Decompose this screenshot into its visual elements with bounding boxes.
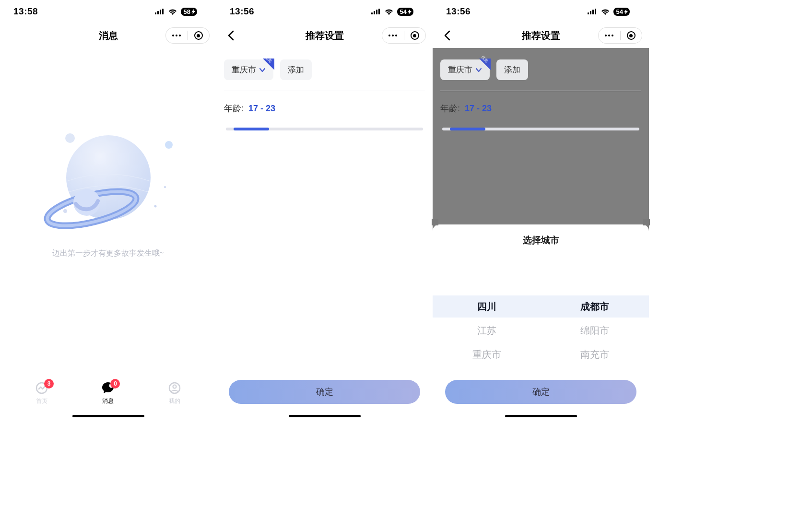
svg-rect-24 — [595, 9, 596, 14]
add-city-chip[interactable]: 添加 — [280, 59, 312, 80]
status-indicators: 54 — [588, 8, 630, 16]
slider-fill — [450, 128, 485, 130]
tab-mine-label: 我的 — [169, 397, 180, 405]
city-chip[interactable]: 重庆市 优先 — [224, 59, 273, 80]
picker-highlight — [433, 295, 649, 318]
picker-item[interactable]: 江苏 — [477, 323, 496, 338]
svg-rect-17 — [371, 12, 373, 14]
confirm-button-label: 确定 — [316, 386, 333, 398]
tab-mine[interactable]: 我的 — [167, 381, 182, 405]
age-range-slider — [442, 128, 639, 130]
svg-rect-22 — [590, 11, 591, 14]
empty-state-text: 迈出第一步才有更多故事发生哦~ — [52, 248, 164, 259]
capsule-menu-button[interactable] — [382, 28, 404, 43]
nav-bar: 推荐设置 — [216, 23, 433, 48]
tab-messages-label: 消息 — [102, 397, 114, 405]
settings-body-dimmed: 重庆市 优先 添加 年龄: 17 - 23 — [433, 48, 649, 130]
age-value: 17 - 23 — [248, 104, 275, 114]
city-picker-sheet: 选择城市 四川 江苏 重庆市 成都市 绵阳市 南充市 确定 — [433, 224, 649, 420]
settings-body: 重庆市 优先 添加 年龄: 17 - 23 — [216, 48, 433, 130]
svg-rect-20 — [378, 9, 380, 14]
home-indicator[interactable] — [72, 415, 144, 417]
svg-rect-21 — [588, 12, 589, 14]
picker-item[interactable]: 重庆市 — [472, 347, 501, 362]
svg-rect-3 — [162, 9, 164, 14]
target-icon — [627, 31, 635, 40]
capsule-menu-button[interactable] — [166, 28, 188, 43]
city-chip-label: 重庆市 — [232, 64, 256, 75]
miniprogram-capsule[interactable] — [382, 27, 426, 44]
ellipsis-icon — [172, 35, 181, 36]
confirm-button[interactable]: 确定 — [445, 380, 636, 404]
age-value: 17 - 23 — [465, 104, 492, 114]
add-city-label: 添加 — [504, 64, 520, 75]
picker-item[interactable]: 成都市 — [580, 299, 609, 314]
badge-messages: 0 — [110, 379, 120, 388]
wifi-icon — [601, 9, 610, 15]
cellular-icon — [588, 9, 597, 14]
age-label: 年龄: — [224, 103, 244, 114]
svg-rect-2 — [160, 10, 161, 14]
tab-home[interactable]: 3 首页 — [35, 381, 49, 405]
svg-rect-23 — [592, 10, 594, 14]
chevron-left-icon — [444, 30, 450, 41]
cellular-icon — [155, 9, 165, 14]
badge-home: 3 — [44, 379, 54, 388]
city-chip: 重庆市 优先 — [440, 59, 490, 80]
battery-indicator: 58 — [181, 8, 197, 16]
svg-rect-1 — [157, 11, 159, 14]
status-time: 13:56 — [446, 6, 471, 17]
picker-item[interactable]: 南充市 — [580, 347, 609, 362]
age-row: 年龄: 17 - 23 — [440, 103, 641, 114]
age-range-slider[interactable] — [226, 128, 423, 130]
capsule-menu-button[interactable] — [599, 28, 620, 43]
status-indicators: 58 — [155, 8, 197, 16]
age-row: 年龄: 17 - 23 — [224, 103, 425, 114]
nav-bar: 推荐设置 — [433, 23, 649, 48]
svg-point-7 — [154, 205, 156, 208]
city-chip-label: 重庆市 — [448, 64, 472, 75]
status-bar: 13:58 58 — [0, 0, 216, 23]
city-pill-row: 重庆市 优先 添加 — [224, 59, 425, 80]
chevron-left-icon — [227, 30, 234, 41]
slider-fill — [234, 128, 269, 130]
tab-home-label: 首页 — [36, 397, 47, 405]
ellipsis-icon — [388, 35, 397, 36]
confirm-button[interactable]: 确定 — [229, 380, 420, 404]
back-button[interactable] — [225, 30, 236, 41]
empty-state: 迈出第一步才有更多故事发生哦~ — [0, 48, 216, 259]
svg-point-5 — [165, 141, 173, 149]
miniprogram-capsule[interactable] — [165, 27, 210, 44]
svg-rect-19 — [376, 10, 377, 14]
battery-pct: 54 — [400, 8, 407, 15]
svg-point-16 — [173, 385, 176, 388]
capsule-close-button[interactable] — [188, 28, 210, 43]
sheet-title: 选择城市 — [433, 224, 649, 251]
battery-indicator: 54 — [397, 8, 413, 16]
page-title: 推荐设置 — [522, 29, 560, 42]
home-indicator[interactable] — [505, 415, 577, 417]
capsule-close-button[interactable] — [621, 28, 642, 43]
tab-bar: 3 首页 0 消息 我的 — [0, 376, 216, 410]
svg-rect-0 — [155, 12, 156, 14]
empty-illustration — [36, 130, 180, 240]
svg-rect-18 — [374, 11, 375, 14]
home-indicator[interactable] — [289, 415, 361, 417]
cellular-icon — [371, 9, 381, 14]
status-bar: 13:56 54 — [433, 0, 649, 23]
status-time: 13:56 — [230, 6, 254, 17]
page-title: 消息 — [99, 29, 118, 42]
page-title: 推荐设置 — [306, 29, 344, 42]
tab-messages[interactable]: 0 消息 — [101, 381, 115, 405]
back-button[interactable] — [441, 30, 453, 41]
battery-indicator: 54 — [613, 8, 630, 16]
divider — [440, 91, 641, 91]
target-icon — [411, 31, 419, 40]
picker-item[interactable]: 四川 — [477, 299, 496, 314]
status-time: 13:58 — [13, 6, 38, 17]
target-icon — [194, 31, 203, 40]
picker-item[interactable]: 绵阳市 — [580, 323, 609, 338]
miniprogram-capsule[interactable] — [598, 27, 642, 44]
status-indicators: 54 — [371, 8, 413, 16]
capsule-close-button[interactable] — [404, 28, 426, 43]
